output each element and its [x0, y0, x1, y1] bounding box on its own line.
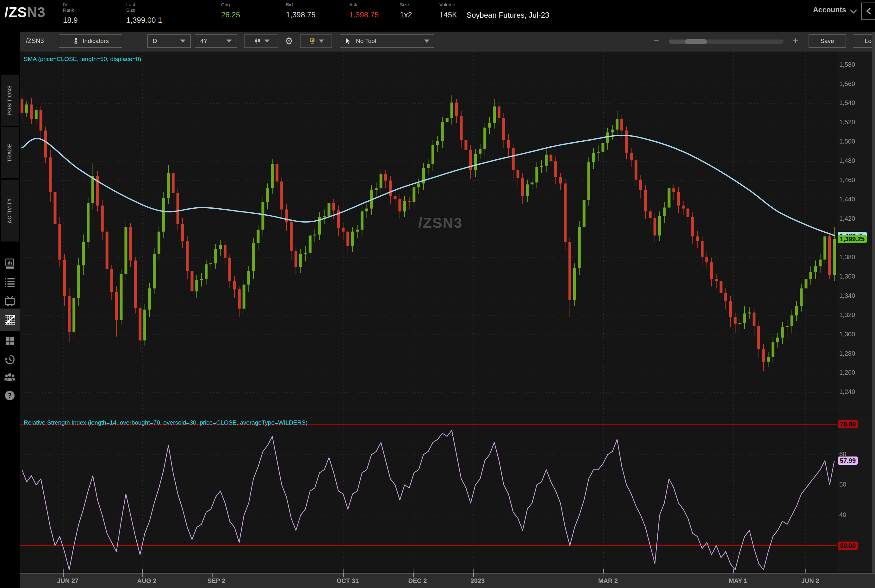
pane-divider[interactable] [20, 416, 875, 416]
price-tick-label: 1,320 [839, 311, 855, 319]
list-icon[interactable] [0, 273, 20, 291]
tv-icon[interactable] [0, 291, 20, 310]
active-tool-label: No Tool [356, 38, 376, 45]
dropdown-arrow-icon [265, 39, 269, 43]
zoom-slider-fill [669, 39, 686, 44]
collapse-panel-button[interactable] [861, 3, 875, 20]
rsi-current-badge: 57.99 [838, 456, 858, 465]
candlestick-style-icon [253, 37, 262, 45]
sidebar-tab-activity[interactable]: ACTIVITY [1, 180, 19, 242]
stat-label: Size [400, 2, 400, 7]
chevron-left-icon [866, 7, 871, 15]
timeframe-dropdown[interactable]: D [147, 34, 191, 48]
sidebar-tab-label: POSITIONS [7, 85, 13, 116]
stat-label: Ask [349, 2, 350, 7]
price-tick-label: 1,260 [839, 369, 855, 376]
stat-value: 1,399.00 1 [126, 16, 126, 25]
stat-value: 18.9 [63, 16, 63, 25]
drawing-tools-icon [308, 37, 316, 45]
last-price-badge: 1,399.25 [838, 235, 867, 243]
active-tool-dropdown[interactable]: No Tool [340, 34, 434, 48]
header-bar: /ZSN3 IV Rank18.9Last Size1,399.00 1Chg2… [0, 0, 875, 32]
time-tick-label: JUN 27 [57, 577, 78, 585]
price-tick-label: 1,440 [839, 196, 855, 203]
sidebar-tab-trade[interactable]: TRADE [1, 127, 19, 178]
price-tick-label: 1,500 [839, 138, 855, 145]
svg-text:?: ? [8, 392, 12, 400]
history-icon[interactable] [0, 350, 20, 369]
save-label: Save [820, 38, 834, 45]
save-button[interactable]: Save [809, 34, 846, 48]
time-tick [63, 573, 64, 577]
people-icon[interactable] [0, 368, 20, 386]
price-axis[interactable]: 1,5801,5601,5401,5201,5001,4801,4601,440… [837, 51, 872, 573]
dropdown-arrow-icon [319, 39, 324, 43]
time-tick [212, 573, 213, 577]
price-tick-label: 1,300 [839, 331, 855, 338]
accounts-label: Accounts [813, 6, 846, 14]
stat-value: 1,398.75 [286, 10, 286, 19]
header-stat: Volume145K [440, 2, 440, 19]
zoom-slider[interactable] [669, 39, 783, 44]
rsi-overbought-badge: 70.00 [838, 420, 858, 428]
right-edge-divider[interactable] [872, 32, 875, 588]
time-tick-label: JUN 2 [801, 577, 819, 585]
chart-canvas[interactable] [20, 51, 837, 573]
range-dropdown[interactable]: 4Y [195, 34, 237, 48]
range-value: 4Y [200, 38, 207, 45]
grid-icon[interactable] [0, 332, 20, 350]
indicators-label: Indicators [83, 38, 108, 45]
price-tick-label: 1,460 [839, 176, 855, 184]
time-tick-label: SEP 2 [207, 577, 225, 585]
time-tick [413, 573, 414, 577]
stat-label: Chg [221, 2, 221, 7]
symbol-suffix: N3 [27, 4, 45, 20]
time-tick [473, 573, 474, 577]
gear-icon[interactable]: ⚙ [285, 35, 293, 46]
time-tick-label: DEC 2 [408, 577, 427, 585]
price-tick-label: 1,360 [839, 273, 855, 280]
dropdown-arrow-icon [424, 39, 429, 43]
price-tick-label: 1,480 [839, 157, 855, 164]
accounts-menu[interactable]: Accounts [813, 6, 857, 14]
drawing-set-dropdown[interactable] [300, 34, 332, 48]
price-tick-label: 1,520 [839, 118, 855, 126]
chart-icon[interactable] [0, 309, 20, 331]
stat-value: 145K [439, 10, 440, 19]
ledger-icon[interactable] [0, 255, 20, 273]
symbol-description: Soybean Futures, Jul-23 [467, 11, 549, 20]
time-tick [734, 573, 734, 577]
symbol-root: /ZS [5, 4, 27, 20]
help-icon[interactable]: ? [0, 386, 20, 405]
time-tick-label: MAR 2 [598, 577, 618, 585]
price-tick-label: 1,280 [839, 350, 855, 357]
indicators-button[interactable]: Indicators [59, 34, 122, 48]
zoom-out-button[interactable]: − [654, 35, 659, 46]
trading-platform-window: /ZSN3 IV Rank18.9Last Size1,399.00 1Chg2… [0, 0, 875, 588]
time-tick-label: AUG 2 [137, 577, 156, 585]
dropdown-arrow-icon [180, 39, 185, 43]
sma-study-label[interactable]: SMA (price=CLOSE, length=50, displace=0) [24, 56, 141, 63]
timeframe-value: D [153, 38, 157, 45]
price-tick-label: 1,340 [839, 292, 855, 299]
sidebar-tab-label: TRADE [7, 143, 13, 162]
price-tick-label: 1,580 [839, 61, 855, 68]
stat-value: 1,398.75 [349, 10, 350, 19]
header-stat: Bid1,398.75 [286, 2, 287, 19]
chart-style-dropdown[interactable] [244, 34, 278, 48]
time-tick-label: 2023 [471, 577, 485, 585]
sidebar-tab-positions[interactable]: POSITIONS [1, 75, 19, 126]
cursor-icon [344, 37, 352, 45]
price-tick-label: 1,240 [839, 388, 855, 396]
toolbar-symbol-label: /ZSN3 [26, 37, 44, 45]
zoom-slider-handle[interactable] [685, 39, 707, 44]
sidebar-tab-label: ACTIVITY [7, 198, 13, 224]
zoom-in-button[interactable]: + [793, 35, 798, 46]
stat-label: IV Rank [63, 2, 63, 13]
stat-label: Volume [439, 2, 440, 7]
stat-label: Bid [286, 2, 286, 7]
header-stat: Last Size1,399.00 1 [126, 2, 127, 25]
price-tick-label: 1,540 [839, 99, 855, 106]
chart-toolbar: /ZSN3 Indicators D 4Y ⚙ No Tool − [20, 32, 875, 52]
rsi-study-label[interactable]: Relative Strength Index (length=14, over… [24, 419, 307, 426]
